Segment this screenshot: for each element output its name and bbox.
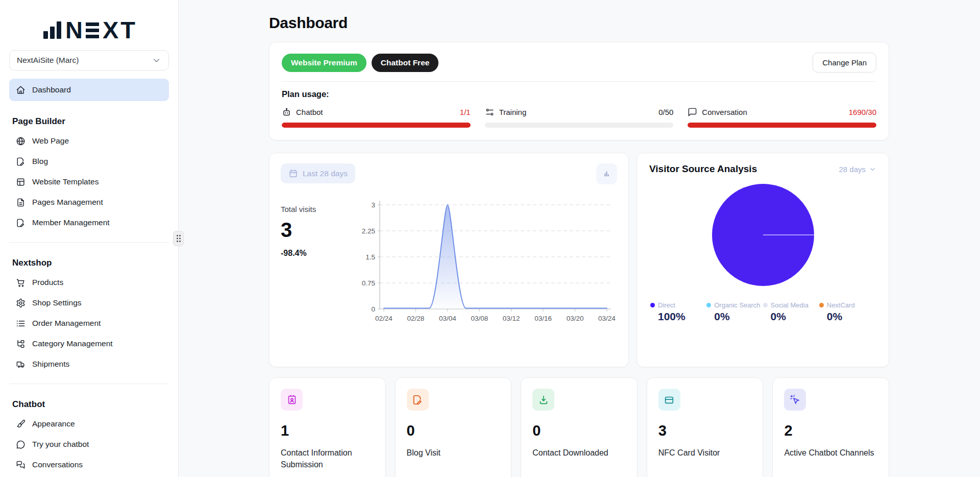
sidebar-item-label: Category Management [32, 339, 113, 348]
usage-value: 1/1 [460, 108, 471, 116]
sidebar-item-website-templates[interactable]: Website Templates [9, 172, 169, 192]
visitor-source-card: Visitor Source Analysis 28 days Direct 1… [636, 153, 889, 367]
stat-value: 2 [784, 422, 877, 439]
legend-dot [650, 303, 655, 307]
logo-bars-icon [43, 21, 61, 41]
sidebar-item-label: Conversations [32, 460, 83, 469]
stat-value: 0 [532, 422, 626, 439]
file-pen-icon [16, 157, 26, 166]
visitor-range-dropdown[interactable]: 28 days [839, 165, 876, 174]
sidebar-item-pages-management[interactable]: Pages Management [9, 192, 169, 212]
legend-value: 0% [827, 311, 875, 323]
next-logo: N X T [0, 0, 178, 41]
sidebar-item-contact-list[interactable]: Contact List [9, 475, 169, 477]
change-plan-button[interactable]: Change Plan [813, 53, 876, 73]
sidebar-item-try-your-chatbot[interactable]: Try your chatbot [9, 434, 169, 455]
sidebar-item-category-management[interactable]: Category Management [9, 333, 169, 354]
truck-icon [16, 360, 26, 369]
svg-text:03/20: 03/20 [567, 315, 584, 322]
stat-label: Contact Information Submission [281, 447, 374, 470]
file-text-icon [16, 198, 26, 207]
sidebar-item-web-page[interactable]: Web Page [9, 131, 169, 151]
divider [282, 81, 876, 82]
stat-value: 3 [658, 422, 752, 439]
site-selector-value: NextAiSite (Marc) [17, 56, 79, 65]
legend-dot [763, 303, 768, 307]
logo-letter: X [103, 19, 118, 41]
contact-card-icon [281, 389, 303, 411]
sidebar-item-order-management[interactable]: Order Management [9, 313, 169, 333]
plan-usage-title: Plan usage: [282, 89, 876, 99]
main-content: Dashboard Website Premium Chatbot Free C… [179, 0, 980, 477]
usage-value: 1690/30 [849, 108, 876, 116]
usage-value: 0/50 [658, 108, 673, 116]
legend-label: Organic Search [714, 301, 760, 309]
legend-dot [819, 303, 824, 307]
section-title-page-builder: Page Builder [12, 116, 178, 127]
legend-item-social-media: Social Media 0% [763, 301, 819, 323]
svg-text:03/12: 03/12 [503, 315, 520, 322]
usage-item-chatbot: Chatbot 1/1 [282, 107, 471, 128]
download-icon [532, 389, 554, 411]
svg-text:03/16: 03/16 [534, 315, 552, 322]
gear-icon [16, 298, 26, 308]
website-premium-badge[interactable]: Website Premium [282, 54, 366, 72]
stat-label: NFC Card Visitor [658, 447, 752, 459]
legend-label: NextCard [827, 301, 855, 309]
sidebar-item-member-management[interactable]: Member Management [9, 212, 169, 233]
category-tree-icon [16, 339, 26, 349]
visits-area-chart: 00.751.52.25302/2402/2803/0403/0803/1203… [358, 197, 616, 327]
plan-card: Website Premium Chatbot Free Change Plan… [269, 42, 889, 140]
legend-value: 100% [658, 311, 706, 323]
sidebar-item-label: Member Management [32, 218, 110, 227]
site-selector[interactable]: NextAiSite (Marc) [9, 50, 169, 70]
sidebar-item-label: Web Page [32, 136, 69, 146]
sidebar-item-shop-settings[interactable]: Shop Settings [9, 293, 169, 313]
page-title: Dashboard [269, 14, 889, 32]
sidebar-item-products[interactable]: Products [9, 272, 169, 293]
usage-label: Conversation [702, 108, 747, 116]
sidebar-item-dashboard[interactable]: Dashboard [9, 79, 169, 101]
sliders-icon [485, 107, 495, 117]
legend-item-direct: Direct 100% [650, 301, 706, 323]
logo-letter: T [120, 19, 135, 41]
legend-item-organic-search: Organic Search 0% [706, 301, 763, 323]
sidebar-item-appearance[interactable]: Appearance [9, 414, 169, 434]
bar-chart-icon [602, 169, 611, 179]
svg-text:0: 0 [371, 305, 375, 313]
chart-type-toggle[interactable] [596, 163, 617, 184]
sidebar-item-label: Appearance [32, 419, 75, 428]
stat-label: Contact Downloaded [532, 447, 626, 459]
list-icon [16, 319, 26, 328]
sidebar-item-label: Try your chatbot [32, 440, 89, 449]
legend-label: Social Media [771, 301, 808, 309]
stat-card-active-chatbot-channels: 2 Active Chatbot Channels [772, 377, 889, 477]
sidebar: N X T NextAiSite (Marc) Dashboard Page B… [0, 0, 179, 477]
section-title-nextshop: Nextshop [12, 258, 178, 268]
chatbot-free-badge[interactable]: Chatbot Free [372, 54, 439, 72]
home-icon [16, 85, 26, 95]
date-range-button[interactable]: Last 28 days [281, 163, 355, 183]
sidebar-item-conversations[interactable]: Conversations [9, 455, 169, 475]
globe-icon [16, 136, 26, 146]
sidebar-item-blog[interactable]: Blog [9, 151, 169, 172]
sidebar-item-shipments[interactable]: Shipments [9, 354, 169, 374]
sidebar-item-label: Pages Management [32, 198, 103, 207]
usage-label: Chatbot [296, 108, 323, 116]
calendar-icon [288, 169, 298, 178]
sidebar-item-label: Shop Settings [32, 298, 82, 307]
sidebar-item-label: Order Management [32, 319, 101, 328]
sidebar-item-label: Website Templates [32, 177, 99, 186]
stat-card-contact-downloaded: 0 Contact Downloaded [521, 377, 638, 477]
legend-dot [706, 303, 711, 307]
usage-item-training: Training 0/50 [485, 107, 674, 128]
logo-letter-e [86, 22, 99, 41]
legend-item-nextcard: NextCard 0% [819, 301, 875, 323]
message-square-icon [688, 107, 697, 117]
sidebar-item-label: Products [32, 278, 63, 287]
sidebar-item-label: Blog [32, 157, 48, 166]
legend-value: 0% [771, 311, 819, 323]
sidebar-resize-handle[interactable] [173, 231, 184, 246]
stat-label: Blog Visit [407, 447, 500, 459]
chat-bubble-icon [16, 440, 26, 449]
